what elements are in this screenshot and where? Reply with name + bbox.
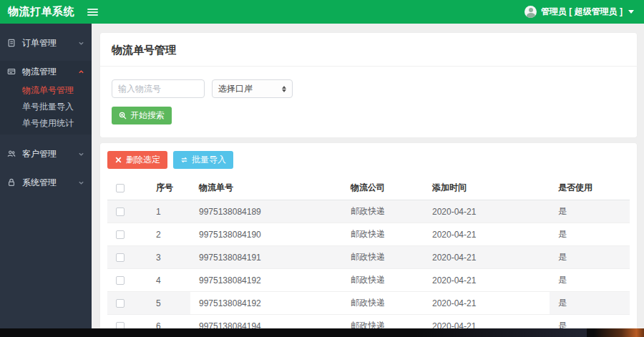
row-checkbox[interactable] (116, 207, 125, 216)
sidebar-subitem-tracking-management[interactable]: 物流单号管理 (0, 82, 92, 99)
row-checkbox[interactable] (116, 253, 125, 262)
batch-import-button[interactable]: 批量导入 (173, 151, 233, 169)
row-checkbox-cell (107, 246, 147, 269)
app-title: 物流打单系统 (0, 5, 74, 19)
lock-icon (7, 178, 16, 187)
row-date: 2020-04-21 (424, 269, 550, 292)
table-body: 19975138084189邮政快递2020-04-21是29975138084… (107, 200, 630, 337)
sidebar-item-label: 订单管理 (22, 37, 57, 49)
search-card: 物流单号管理 选择口岸 开始搜索 (100, 33, 637, 137)
top-bar: 物流打单系统 管理员 [ 超级管理员 ] (0, 0, 644, 24)
hamburger-menu-icon[interactable] (87, 9, 98, 16)
row-company: 邮政快递 (342, 246, 424, 269)
col-header-no: 序号 (147, 176, 190, 200)
table-card: 删除选定 批量导入 序号 物流单号 物流公司 添加时间 是否使用 (100, 143, 637, 337)
row-company: 邮政快递 (342, 292, 424, 315)
search-button-label: 开始搜索 (130, 109, 165, 122)
col-header-date: 添加时间 (424, 176, 550, 200)
sidebar-item-label: 物流管理 (22, 66, 57, 78)
row-used: 是 (550, 246, 630, 269)
col-header-company: 物流公司 (342, 176, 424, 200)
chevron-down-icon (78, 40, 84, 47)
row-used: 是 (550, 200, 630, 223)
sidebar-subitem-usage-stats[interactable]: 单号使用统计 (0, 115, 92, 132)
sidebar-item-label: 系统管理 (22, 177, 57, 189)
row-company: 邮政快递 (342, 269, 424, 292)
users-icon (7, 150, 16, 159)
row-checkbox-cell (107, 223, 147, 246)
row-date: 2020-04-21 (424, 246, 550, 269)
row-no: 1 (147, 200, 190, 223)
delete-selected-button[interactable]: 删除选定 (107, 151, 167, 169)
row-date: 2020-04-21 (424, 200, 550, 223)
row-checkbox-cell (107, 292, 147, 315)
row-tracking: 9975138084189 (190, 200, 342, 223)
table-row: 39975138084191邮政快递2020-04-21是 (107, 246, 630, 269)
col-header-tracking: 物流单号 (190, 176, 342, 200)
row-used: 是 (550, 269, 630, 292)
sync-icon (180, 156, 188, 164)
sidebar: 订单管理 物流管理 物流单号管理 单号批量导入 单号使用统计 (0, 24, 92, 328)
sidebar-item-logistics[interactable]: 物流管理 (0, 61, 92, 82)
caret-down-icon (628, 10, 634, 14)
row-tracking: 9975138084192 (190, 292, 342, 315)
row-tracking: 9975138084190 (190, 223, 342, 246)
tracking-table: 序号 物流单号 物流公司 添加时间 是否使用 19975138084189邮政快… (107, 176, 630, 337)
avatar (525, 6, 537, 18)
user-label: 管理员 [ 超级管理员 ] (541, 6, 623, 18)
row-used: 是 (550, 223, 630, 246)
chevron-down-icon (78, 151, 84, 157)
row-no: 2 (147, 223, 190, 246)
select-all-checkbox[interactable] (116, 184, 125, 192)
import-button-label: 批量导入 (192, 154, 226, 166)
search-row: 选择口岸 (100, 67, 637, 98)
sidebar-item-label: 客户管理 (22, 148, 57, 160)
row-checkbox-cell (107, 269, 147, 292)
row-no: 3 (147, 246, 190, 269)
port-select-value: 选择口岸 (218, 83, 253, 95)
row-checkbox-cell (107, 200, 147, 223)
x-icon (114, 156, 122, 164)
main-content: 物流单号管理 选择口岸 开始搜索 删除选定 (92, 24, 644, 337)
row-checkbox[interactable] (116, 299, 125, 308)
row-checkbox[interactable] (116, 276, 125, 285)
table-row: 49975138084192邮政快递2020-04-21是 (107, 269, 630, 292)
user-menu[interactable]: 管理员 [ 超级管理员 ] (525, 6, 644, 18)
row-checkbox[interactable] (116, 230, 125, 239)
chevron-down-icon (78, 180, 84, 186)
logistics-icon (7, 67, 16, 77)
sidebar-item-customers[interactable]: 客户管理 (0, 145, 92, 163)
row-company: 邮政快递 (342, 223, 424, 246)
tracking-number-input[interactable] (112, 79, 205, 98)
sidebar-item-orders[interactable]: 订单管理 (0, 34, 92, 52)
select-arrows-icon (282, 86, 286, 92)
page-title: 物流单号管理 (100, 33, 637, 66)
app-window: 物流打单系统 管理员 [ 超级管理员 ] 订单管理 物流管理 (0, 0, 644, 337)
document-icon (7, 39, 16, 48)
sidebar-group-logistics: 物流管理 物流单号管理 单号批量导入 单号使用统计 (0, 61, 92, 135)
table-toolbar: 删除选定 批量导入 (107, 150, 630, 176)
row-company: 邮政快递 (342, 200, 424, 223)
search-icon (119, 112, 127, 119)
row-no: 4 (147, 269, 190, 292)
chevron-up-icon (78, 69, 84, 75)
table-row: 59975138084192邮政快递2020-04-21是 (107, 292, 630, 315)
col-header-used: 是否使用 (550, 176, 630, 200)
row-tracking: 9975138084191 (190, 246, 342, 269)
desktop-edge-strip (0, 328, 644, 337)
port-select[interactable]: 选择口岸 (212, 79, 293, 98)
row-used: 是 (550, 292, 630, 315)
sidebar-subitem-batch-import[interactable]: 单号批量导入 (0, 99, 92, 115)
table-row: 29975138084190邮政快递2020-04-21是 (107, 223, 630, 246)
row-tracking: 9975138084192 (190, 269, 342, 292)
table-header-row: 序号 物流单号 物流公司 添加时间 是否使用 (107, 176, 630, 200)
row-date: 2020-04-21 (424, 223, 550, 246)
search-button[interactable]: 开始搜索 (112, 107, 172, 124)
table-row: 19975138084189邮政快递2020-04-21是 (107, 200, 630, 223)
row-date: 2020-04-21 (424, 292, 550, 315)
row-no: 5 (147, 292, 190, 315)
select-all-cell (107, 176, 147, 200)
delete-button-label: 删除选定 (126, 154, 160, 166)
sidebar-item-system[interactable]: 系统管理 (0, 173, 92, 192)
